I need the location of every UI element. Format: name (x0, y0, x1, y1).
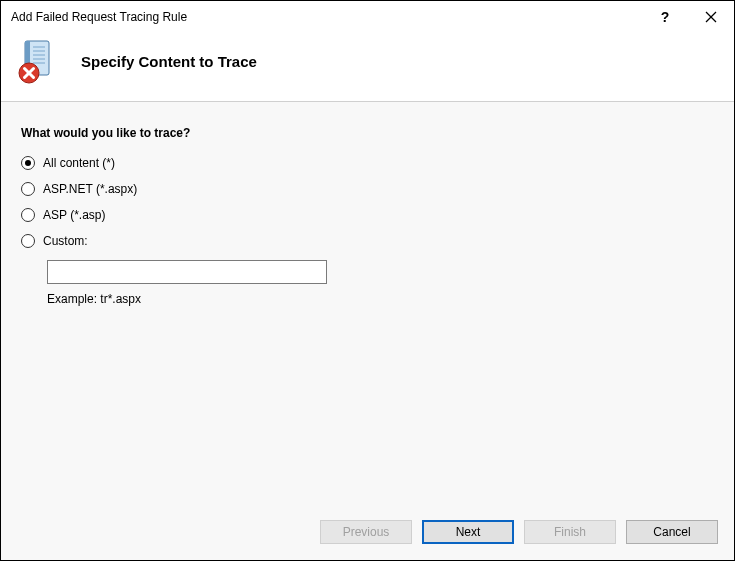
button-label: Finish (554, 525, 586, 539)
finish-button: Finish (524, 520, 616, 544)
wizard-title: Specify Content to Trace (81, 53, 257, 74)
next-button[interactable]: Next (422, 520, 514, 544)
radio-icon (21, 182, 35, 196)
window-title: Add Failed Request Tracing Rule (11, 10, 187, 24)
radio-label: ASP (*.asp) (43, 208, 105, 222)
close-icon (705, 11, 717, 23)
wizard-footer: Previous Next Finish Cancel (1, 510, 734, 560)
titlebar: Add Failed Request Tracing Rule ? (1, 1, 734, 33)
radio-icon (21, 208, 35, 222)
radio-icon (21, 156, 35, 170)
custom-block: Example: tr*.aspx (47, 260, 714, 306)
radio-label: ASP.NET (*.aspx) (43, 182, 137, 196)
wizard-header: Specify Content to Trace (1, 33, 734, 102)
close-button[interactable] (688, 1, 734, 33)
button-label: Previous (343, 525, 390, 539)
radio-icon (21, 234, 35, 248)
radio-all-content[interactable]: All content (*) (21, 156, 714, 170)
wizard-window: Add Failed Request Tracing Rule ? (0, 0, 735, 561)
radio-label: All content (*) (43, 156, 115, 170)
help-button[interactable]: ? (642, 1, 688, 33)
cancel-button[interactable]: Cancel (626, 520, 718, 544)
wizard-icon (15, 39, 63, 87)
radio-asp[interactable]: ASP (*.asp) (21, 208, 714, 222)
button-label: Cancel (653, 525, 690, 539)
custom-pattern-input[interactable] (47, 260, 327, 284)
previous-button: Previous (320, 520, 412, 544)
radio-label: Custom: (43, 234, 88, 248)
trace-prompt: What would you like to trace? (21, 126, 714, 140)
help-icon: ? (661, 9, 670, 25)
radio-aspnet[interactable]: ASP.NET (*.aspx) (21, 182, 714, 196)
custom-example-text: Example: tr*.aspx (47, 292, 714, 306)
radio-custom[interactable]: Custom: (21, 234, 714, 248)
button-label: Next (456, 525, 481, 539)
wizard-body: What would you like to trace? All conten… (1, 102, 734, 510)
